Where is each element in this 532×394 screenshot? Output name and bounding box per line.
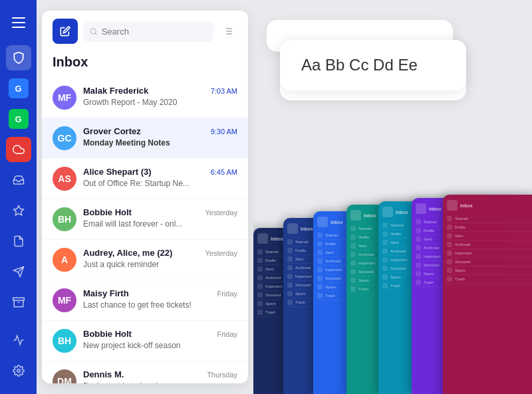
email-preview: Just a quick reminder xyxy=(83,260,237,269)
account-g2-avatar: G xyxy=(9,109,29,129)
email-content: Grover Cortez9:30 AMMonday Meeting Notes xyxy=(83,126,237,148)
email-item[interactable]: BHBobbie HoltFridayNew project kick-off … xyxy=(42,321,248,361)
theme-panels-container: Inbox Starred Drafts Sent xyxy=(253,181,532,394)
inbox-icon[interactable] xyxy=(6,167,31,193)
email-sender: Audrey, Alice, me (22) xyxy=(83,248,172,258)
email-item[interactable]: DMDennis M.ThursdayBusiness trip to Lond… xyxy=(42,361,248,383)
file-icon[interactable] xyxy=(6,229,31,254)
avatar: BH xyxy=(53,207,76,231)
email-item[interactable]: MFMaisy FirthFridayLast chance to get fr… xyxy=(42,280,248,321)
avatar: DM xyxy=(53,369,76,383)
email-preview: Out of Office Re: Startup Ne... xyxy=(83,179,237,188)
email-content: Maisy FirthFridayLast chance to get free… xyxy=(83,288,237,310)
email-time: Thursday xyxy=(207,371,237,379)
svg-marker-0 xyxy=(13,206,23,215)
email-item[interactable]: BHBobbie HoltYesterdayEmail will last fo… xyxy=(42,199,248,240)
email-sender: Malak Frederick xyxy=(83,86,148,96)
inbox-title: Inbox xyxy=(42,52,248,78)
search-icon xyxy=(90,27,98,36)
email-preview: New project kick-off season xyxy=(83,341,237,350)
email-sender: Bobbie Holt xyxy=(83,207,132,217)
email-preview: Last chance to get free tickets! xyxy=(83,300,237,310)
shield-icon[interactable] xyxy=(6,45,31,70)
search-input[interactable] xyxy=(102,27,207,37)
star-icon[interactable] xyxy=(6,198,31,223)
theme-panel: Inbox Starred Drafts Sent xyxy=(443,195,532,394)
app-container: G G xyxy=(0,0,532,394)
right-area: Inter Aa Bb Cc Dd Ee Inbox Starred Draft… xyxy=(253,0,532,394)
email-item[interactable]: AAudrey, Alice, me (22)YesterdayJust a q… xyxy=(42,240,248,280)
send-icon[interactable] xyxy=(6,259,31,284)
avatar: A xyxy=(53,248,76,272)
svg-point-6 xyxy=(90,29,96,34)
email-header xyxy=(42,11,248,52)
email-time: Yesterday xyxy=(205,209,237,217)
avatar: BH xyxy=(53,329,76,353)
svg-line-7 xyxy=(95,33,96,34)
settings-icon[interactable] xyxy=(6,358,31,383)
email-time: Yesterday xyxy=(205,249,237,257)
email-time: 9:30 AM xyxy=(211,128,237,136)
activity-icon[interactable] xyxy=(6,328,31,353)
sidebar: G G xyxy=(0,0,37,394)
email-panel: Inbox MFMalak Frederick7:03 AMGrowth Rep… xyxy=(42,11,248,383)
email-preview: Growth Report - May 2020 xyxy=(83,98,237,107)
email-sender: Maisy Firth xyxy=(83,288,129,298)
email-item[interactable]: MFMalak Frederick7:03 AMGrowth Report - … xyxy=(42,78,248,118)
svg-point-5 xyxy=(17,369,20,373)
email-time: Friday xyxy=(217,330,237,338)
email-preview: Email will last forever - onl... xyxy=(83,219,237,229)
account-g2-icon[interactable]: G xyxy=(6,106,31,132)
avatar: AS xyxy=(53,167,76,191)
email-content: Bobbie HoltFridayNew project kick-off se… xyxy=(83,329,237,350)
email-sender: Grover Cortez xyxy=(83,126,141,136)
email-sender: Dennis M. xyxy=(83,369,124,379)
account-g1-avatar: G xyxy=(9,78,29,98)
cloud-icon[interactable] xyxy=(6,137,31,162)
avatar: GC xyxy=(53,126,76,150)
typography-card: Inter Aa Bb Cc Dd Ee xyxy=(267,20,453,52)
svg-rect-3 xyxy=(13,298,24,300)
menu-button[interactable] xyxy=(7,11,31,35)
compose-button[interactable] xyxy=(53,19,78,44)
email-time: 6:45 AM xyxy=(211,168,237,176)
email-time: 7:03 AM xyxy=(211,87,237,95)
avatar: MF xyxy=(53,288,76,312)
email-preview: Business trip to London xyxy=(83,381,237,383)
search-bar[interactable] xyxy=(83,21,213,42)
email-content: Bobbie HoltYesterdayEmail will last fore… xyxy=(83,207,237,229)
email-content: Audrey, Alice, me (22)YesterdayJust a qu… xyxy=(83,248,237,269)
email-sender: Alice Shepart (3) xyxy=(83,167,152,177)
font-sample: Aa Bb Cc Dd Ee xyxy=(280,40,466,90)
email-item[interactable]: GCGrover Cortez9:30 AMMonday Meeting Not… xyxy=(42,118,248,159)
email-item[interactable]: ASAlice Shepart (3)6:45 AMOut of Office … xyxy=(42,159,248,199)
email-content: Alice Shepart (3)6:45 AMOut of Office Re… xyxy=(83,167,237,188)
email-content: Malak Frederick7:03 AMGrowth Report - Ma… xyxy=(83,86,237,107)
email-list: MFMalak Frederick7:03 AMGrowth Report - … xyxy=(42,78,248,383)
email-content: Dennis M.ThursdayBusiness trip to London xyxy=(83,369,237,383)
account-g1-icon[interactable]: G xyxy=(6,76,31,101)
archive-icon[interactable] xyxy=(6,290,31,315)
email-time: Friday xyxy=(217,290,237,298)
email-preview: Monday Meeting Notes xyxy=(83,138,237,148)
filter-button[interactable] xyxy=(219,22,237,41)
avatar: MF xyxy=(53,86,76,110)
email-sender: Bobbie Holt xyxy=(83,329,132,339)
